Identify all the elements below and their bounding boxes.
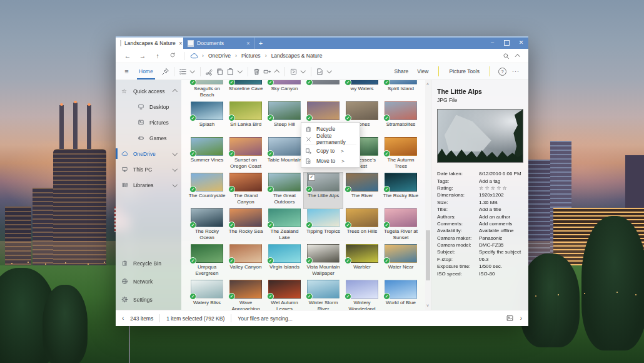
sidebar-item-games[interactable]: Games xyxy=(116,130,181,146)
chevron-down-icon[interactable] xyxy=(172,182,177,187)
forward-button[interactable]: → xyxy=(137,52,148,59)
file-item[interactable]: ✓wy Waters xyxy=(343,80,381,101)
file-item[interactable]: ✓Winter Storm River xyxy=(304,280,343,310)
file-item[interactable]: ✓World of Blue xyxy=(381,280,420,310)
file-item[interactable]: ✓Table Mountain xyxy=(265,137,304,173)
file-item[interactable]: ✓ xyxy=(304,80,343,101)
collapse-ribbon-button[interactable] xyxy=(513,53,522,59)
breadcrumb-item[interactable]: Pictures xyxy=(241,53,261,59)
rename-button[interactable] xyxy=(262,66,273,77)
file-item[interactable]: ✓Sri Lanka Bird xyxy=(226,101,265,137)
context-menu-item-copy-to[interactable]: Copy to> xyxy=(301,146,360,156)
help-button[interactable]: ? xyxy=(498,68,506,76)
back-button[interactable]: ← xyxy=(122,52,133,59)
file-item[interactable]: ✓Tipping Tropics xyxy=(304,208,343,244)
file-item[interactable]: ✓The Rocky Ocean xyxy=(188,208,226,244)
new-tab-button[interactable]: + xyxy=(255,39,266,47)
select-dropdown[interactable] xyxy=(188,70,197,73)
tab-close-icon[interactable]: ✕ xyxy=(179,41,183,46)
file-item[interactable]: ✓Trees on Hills xyxy=(343,208,381,244)
file-item[interactable]: ✓The Rocky Sea xyxy=(226,208,265,244)
file-item[interactable]: ✓Wet Autumn Leaves xyxy=(265,280,304,310)
file-item[interactable]: ✓The Grand Canyon xyxy=(226,173,265,208)
paste-dropdown[interactable] xyxy=(236,70,244,73)
chevron-up-icon[interactable] xyxy=(172,89,177,95)
preview-pane-toggle-icon[interactable] xyxy=(506,314,514,322)
file-item[interactable]: ✓Valley Canyon xyxy=(226,244,265,280)
file-item[interactable]: ✓Watery Bliss xyxy=(188,280,226,310)
status-prev-button[interactable]: ‹ xyxy=(122,315,124,322)
picture-tools-button[interactable]: Picture Tools xyxy=(445,68,484,74)
context-menu-item-move-to[interactable]: Move to> xyxy=(301,156,360,166)
scrollbar-thumb[interactable] xyxy=(426,230,430,280)
file-item[interactable]: ✓Steep Hill xyxy=(265,101,304,137)
share-dropdown[interactable] xyxy=(299,70,308,73)
file-item[interactable]: ✓Summer Vines xyxy=(188,137,226,173)
more-options-button[interactable]: ··· xyxy=(509,68,523,74)
file-item[interactable]: ✓Shoreline Cave xyxy=(226,80,265,101)
file-item[interactable]: ✓Spirit Island xyxy=(381,80,420,101)
search-icon[interactable] xyxy=(503,53,510,59)
file-item[interactable]: ✓✓The Little Alps xyxy=(304,173,343,208)
file-item[interactable]: ✓Tugela River at Sunset xyxy=(381,208,420,244)
delete-button[interactable] xyxy=(251,66,262,77)
sidebar-item-onedrive[interactable]: OneDrive xyxy=(116,146,181,161)
file-item[interactable]: ✓Virgin Islands xyxy=(265,244,304,280)
hamburger-menu-button[interactable]: ≡ xyxy=(121,66,132,77)
sidebar-item-this-pc[interactable]: This PC xyxy=(116,161,181,177)
tab-close-icon[interactable]: ✕ xyxy=(246,41,250,46)
file-item[interactable]: ✓Warbler xyxy=(343,244,381,280)
sidebar-item-desktop[interactable]: Desktop xyxy=(116,99,181,115)
sidebar-item-network[interactable]: Network xyxy=(116,274,181,289)
tab-inactive[interactable]: Documents✕ xyxy=(183,38,255,49)
tab-active[interactable]: Landscapes & Nature✕ xyxy=(116,38,183,49)
tab-home[interactable]: Home xyxy=(133,63,159,79)
properties-dropdown[interactable] xyxy=(325,70,334,73)
paste-button[interactable] xyxy=(225,66,236,77)
file-item[interactable]: ✓Seagulls on Beach xyxy=(188,80,226,101)
scroll-down-arrow[interactable]: ˅ xyxy=(426,304,429,308)
view-menu-button[interactable]: View xyxy=(413,68,433,74)
breadcrumb-item[interactable]: Landscapes & Nature xyxy=(271,53,323,59)
share-menu-button[interactable]: Share xyxy=(390,68,413,74)
chevron-down-icon[interactable] xyxy=(172,151,177,156)
sidebar-item-libraries[interactable]: Libraries xyxy=(116,177,181,193)
status-next-button[interactable]: › xyxy=(520,315,522,322)
pin-button[interactable] xyxy=(160,66,171,77)
file-item[interactable]: ✓Sunset on Oregon Coast xyxy=(226,137,265,173)
file-item[interactable]: ✓Umpqua Evergreen xyxy=(188,244,226,280)
file-item[interactable]: ✓Wintery Wonderland xyxy=(343,280,381,310)
properties-button[interactable] xyxy=(314,66,325,77)
vertical-scrollbar[interactable]: ˄ ˅ xyxy=(425,80,431,310)
sidebar-item-quick-access[interactable]: ☆Quick access xyxy=(116,83,181,99)
file-item[interactable]: ✓Water Near xyxy=(381,244,420,280)
cut-button[interactable] xyxy=(204,66,214,77)
chevron-down-icon[interactable] xyxy=(172,166,177,171)
selection-checkbox[interactable]: ✓ xyxy=(308,174,315,181)
file-item[interactable]: ✓Splash xyxy=(188,101,226,137)
sidebar-item-pictures[interactable]: Pictures xyxy=(116,115,181,130)
file-item[interactable]: ✓Stramatolites xyxy=(381,101,420,137)
context-menu-item-delete-permanently[interactable]: Delete permanently xyxy=(301,134,360,144)
sidebar-item-recycle-bin[interactable]: Recycle Bin xyxy=(116,255,181,271)
share-item-button[interactable] xyxy=(288,66,299,77)
breadcrumb-item[interactable]: OneDrive xyxy=(208,53,231,59)
delete-dropdown-open[interactable] xyxy=(273,69,281,74)
copy-button[interactable] xyxy=(214,66,225,77)
file-item[interactable]: ✓Sky Canyon xyxy=(265,80,304,101)
sidebar-item-settings[interactable]: Settings xyxy=(116,292,181,307)
file-item[interactable]: ✓The River xyxy=(343,173,381,208)
file-item[interactable]: ✓The Rocky Blue xyxy=(381,173,420,208)
file-item[interactable]: ✓Wave Approaching xyxy=(226,280,265,310)
file-item[interactable]: ✓The Autumn Trees xyxy=(381,137,420,173)
file-item[interactable]: ✓The Countryside xyxy=(188,173,226,208)
scroll-up-arrow[interactable]: ˄ xyxy=(426,82,429,86)
up-button[interactable]: ↑ xyxy=(152,52,163,59)
refresh-button[interactable] xyxy=(167,52,178,59)
close-button[interactable]: ✕ xyxy=(514,36,528,49)
maximize-button[interactable] xyxy=(500,36,514,49)
minimize-button[interactable]: – xyxy=(485,36,500,49)
select-items-button[interactable] xyxy=(178,66,188,77)
file-item[interactable]: ✓Vista Mountain Wallpaper xyxy=(304,244,343,280)
file-item[interactable]: ✓The Zealand Lake xyxy=(265,208,304,244)
